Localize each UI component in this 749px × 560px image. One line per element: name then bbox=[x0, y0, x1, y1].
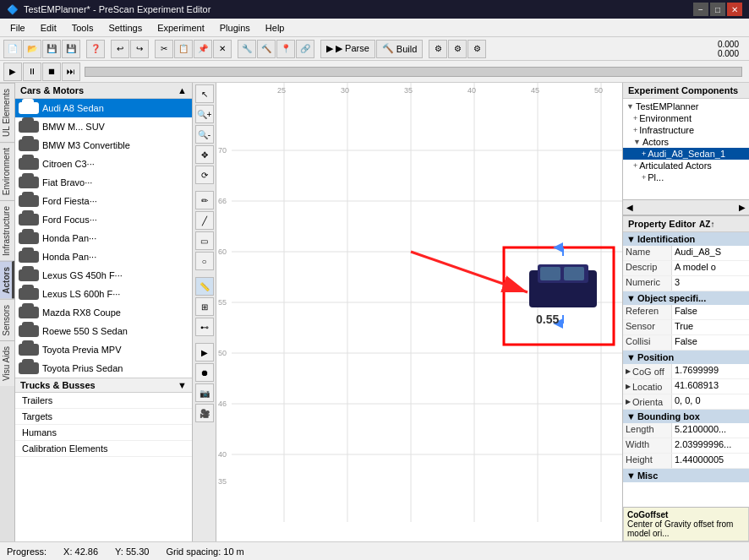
tree-audi-sedan[interactable]: + Audi_A8_Sedan_1 bbox=[623, 148, 749, 160]
snap-tool[interactable]: ⊷ bbox=[195, 318, 214, 336]
skip-button[interactable]: ⏭ bbox=[62, 63, 80, 81]
section-misc[interactable]: ▼ Misc bbox=[623, 469, 749, 482]
vehicle-bmw-suv[interactable]: BMW M... SUV bbox=[15, 117, 192, 136]
side-label-environment[interactable]: Environment bbox=[0, 142, 14, 200]
pan-tool[interactable]: ✥ bbox=[195, 145, 214, 164]
side-label-ul-elements[interactable]: UL Elements bbox=[0, 83, 14, 142]
copy-button[interactable]: 📋 bbox=[174, 40, 193, 58]
sim1-button[interactable]: ⚙ bbox=[429, 40, 447, 58]
vehicle-citroen[interactable]: Citroen C3··· bbox=[15, 155, 192, 173]
vehicle-ford-fiesta[interactable]: Ford Fiesta··· bbox=[15, 192, 192, 210]
new-button[interactable]: 📄 bbox=[3, 40, 22, 58]
vehicle-mazda[interactable]: Mazda RX8 Coupe bbox=[15, 303, 192, 322]
tree-pl[interactable]: + Pl... bbox=[623, 171, 749, 183]
draw-tool[interactable]: ✏ bbox=[195, 191, 214, 209]
record-tool[interactable]: ⏺ bbox=[195, 363, 214, 382]
minimize-button[interactable]: − bbox=[693, 3, 708, 16]
prop-val-locatio[interactable]: 41.608913 bbox=[672, 379, 749, 394]
prop-val-cog[interactable]: 1.7699999 bbox=[672, 364, 749, 378]
maximize-button[interactable]: □ bbox=[710, 3, 725, 16]
prop-val-collisi[interactable]: False bbox=[672, 335, 749, 350]
select-tool[interactable]: ↖ bbox=[195, 84, 214, 103]
section-humans[interactable]: Humans bbox=[15, 425, 192, 441]
tree-nav-right[interactable]: ▶ bbox=[739, 203, 746, 212]
progress-slider[interactable] bbox=[85, 67, 742, 77]
vehicle-lexus-gs[interactable]: Lexus GS 450h F··· bbox=[15, 266, 192, 285]
cut-button[interactable]: ✂ bbox=[155, 40, 173, 58]
rotate-tool[interactable]: ⟳ bbox=[195, 166, 214, 184]
prop-val-width[interactable]: 2.03999996... bbox=[672, 438, 749, 453]
vehicle-roewe[interactable]: Roewe 550 S Sedan bbox=[15, 322, 192, 340]
grid-tool[interactable]: ⊞ bbox=[195, 297, 214, 316]
sim3-button[interactable]: ⚙ bbox=[467, 40, 486, 58]
prop-val-name[interactable]: Audi_A8_S bbox=[672, 246, 749, 260]
prop-val-numeric[interactable]: 3 bbox=[672, 276, 749, 291]
save-button[interactable]: 💾 bbox=[42, 40, 61, 58]
menu-plugins[interactable]: Plugins bbox=[213, 21, 257, 35]
tool1-button[interactable]: 🔧 bbox=[238, 40, 256, 58]
prop-val-descrip[interactable]: A model o bbox=[672, 261, 749, 275]
side-label-actors[interactable]: Actors bbox=[0, 261, 14, 299]
measure-tool[interactable]: 📏 bbox=[195, 277, 214, 296]
vehicle-lexus-ls[interactable]: Lexus LS 600h F··· bbox=[15, 285, 192, 303]
menu-settings[interactable]: Settings bbox=[101, 21, 149, 35]
prop-val-height[interactable]: 1.44000005 bbox=[672, 454, 749, 468]
tree-testemplanner[interactable]: ▼ TestEMPlanner bbox=[623, 101, 749, 112]
prop-val-sensor[interactable]: True bbox=[672, 320, 749, 334]
section-object-spec[interactable]: ▼ Object specifi... bbox=[623, 291, 749, 305]
menu-experiment[interactable]: Experiment bbox=[150, 21, 211, 35]
stop-button[interactable]: ⏹ bbox=[42, 63, 61, 81]
prop-val-orienta[interactable]: 0, 0, 0 bbox=[672, 394, 749, 409]
menu-help[interactable]: Help bbox=[259, 21, 292, 35]
tool4-button[interactable]: 🔗 bbox=[296, 40, 314, 58]
vehicle-toyota-prius[interactable]: Toyota Prius Sedan bbox=[15, 359, 192, 378]
delete-button[interactable]: ✕ bbox=[213, 40, 232, 58]
zoom-in-tool[interactable]: 🔍+ bbox=[195, 105, 214, 123]
section-trucks[interactable]: Trucks & Busses ▼ bbox=[15, 378, 192, 393]
line-tool[interactable]: ╱ bbox=[195, 211, 214, 230]
vehicle-honda2[interactable]: Honda Pan··· bbox=[15, 247, 192, 266]
section-bounding[interactable]: ▼ Bounding box bbox=[623, 410, 749, 423]
tree-infrastructure[interactable]: + Infrastructure bbox=[623, 124, 749, 136]
open-button[interactable]: 📂 bbox=[23, 40, 41, 58]
vehicle-toyota-previa[interactable]: Toyota Previa MPV bbox=[15, 340, 192, 359]
redo-button[interactable]: ↪ bbox=[130, 40, 149, 58]
video-tool[interactable]: 🎥 bbox=[195, 404, 214, 422]
help-button[interactable]: ❓ bbox=[86, 40, 105, 58]
zoom-out-tool[interactable]: 🔍- bbox=[195, 125, 214, 144]
side-label-visu-aids[interactable]: Visu Aids bbox=[0, 340, 14, 386]
undo-button[interactable]: ↩ bbox=[111, 40, 129, 58]
tree-nav-left[interactable]: ◀ bbox=[626, 203, 633, 212]
section-targets[interactable]: Targets bbox=[15, 409, 192, 425]
vehicle-bmw-conv[interactable]: BMW M3 Convertible bbox=[15, 136, 192, 155]
build-button[interactable]: 🔨 Build bbox=[376, 40, 423, 58]
close-button[interactable]: ✕ bbox=[727, 3, 742, 16]
tree-environment[interactable]: + Environment bbox=[623, 112, 749, 124]
paste-button[interactable]: 📌 bbox=[194, 40, 212, 58]
menu-edit[interactable]: Edit bbox=[34, 21, 63, 35]
side-label-infrastructure[interactable]: Infrastructure bbox=[0, 200, 14, 261]
canvas-area[interactable]: ↖ 🔍+ 🔍- ✥ ⟳ ✏ ╱ ▭ ○ 📏 ⊞ ⊷ ▶ ⏺ 📷 🎥 bbox=[193, 83, 622, 541]
play-tool[interactable]: ▶ bbox=[195, 343, 214, 362]
tool3-button[interactable]: 📍 bbox=[276, 40, 295, 58]
tree-articulated[interactable]: + Articulated Actors bbox=[623, 160, 749, 171]
section-trailers[interactable]: Trailers bbox=[15, 393, 192, 409]
section-identification[interactable]: ▼ Identification bbox=[623, 232, 749, 246]
tree-actors[interactable]: ▼ Actors bbox=[623, 136, 749, 148]
pause-button[interactable]: ⏸ bbox=[23, 63, 41, 81]
parse-button[interactable]: ▶ ▶ Parse bbox=[320, 40, 375, 58]
section-position[interactable]: ▼ Position bbox=[623, 351, 749, 364]
vehicle-ford-focus[interactable]: Ford Focus··· bbox=[15, 210, 192, 229]
menu-file[interactable]: File bbox=[3, 21, 32, 35]
panel-scroll-up-icon[interactable]: ▲ bbox=[178, 85, 187, 95]
tool2-button[interactable]: 🔨 bbox=[257, 40, 276, 58]
camera-tool[interactable]: 📷 bbox=[195, 383, 214, 402]
circle-tool[interactable]: ○ bbox=[195, 252, 214, 270]
prop-val-length[interactable]: 5.2100000... bbox=[672, 423, 749, 438]
side-label-sensors[interactable]: Sensors bbox=[0, 299, 14, 341]
vehicle-audi-a8[interactable]: Audi A8 Sedan bbox=[15, 99, 192, 117]
play-button[interactable]: ▶ bbox=[3, 63, 22, 81]
section-calibration[interactable]: Calibration Elements bbox=[15, 441, 192, 457]
rect-tool[interactable]: ▭ bbox=[195, 231, 214, 250]
sim2-button[interactable]: ⚙ bbox=[448, 40, 467, 58]
